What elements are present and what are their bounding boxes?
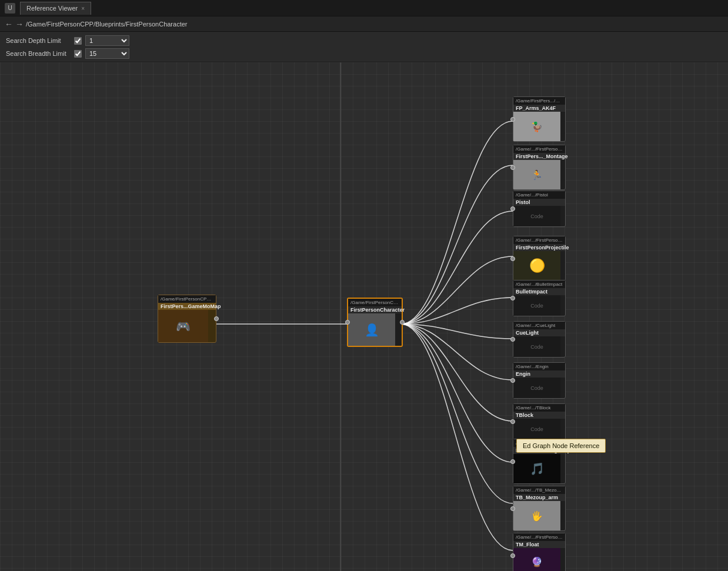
right-node-3-path: /Game/.../FirstPersonProjectile	[513, 236, 565, 244]
right-node-4-label: BulletImpact	[513, 288, 565, 295]
app-logo: U	[5, 3, 15, 14]
right-node-2-path: /Game/.../Pistol	[513, 191, 565, 199]
right-node-10-thumb: 🔮	[513, 548, 560, 571]
breadth-checkbox[interactable]	[74, 50, 82, 58]
center-node[interactable]: /Game/FirstPersonCPP/Blueprints/FirstPer…	[347, 298, 403, 347]
right-node-6-code: Code	[530, 385, 543, 391]
center-node-thumb: 👤	[348, 313, 395, 346]
right-node-3-thumb: 🟡	[513, 251, 560, 281]
controls-bar: Search Depth Limit 1 2 3 Search Breadth …	[0, 32, 728, 62]
right-node-1-path: /Game/.../FirstPersonRun_Montage	[513, 145, 565, 153]
right-node-1[interactable]: /Game/.../FirstPersonRun_Montage FirstPe…	[513, 145, 566, 190]
right-node-0-left-connector	[510, 117, 515, 122]
source-node[interactable]: /Game/FirstPersonCPP/Blueprints/FirstPer…	[158, 295, 216, 343]
right-node-1-thumb: 🏃	[513, 160, 560, 189]
right-node-5-label: CueLight	[513, 329, 565, 336]
right-node-7[interactable]: /Game/.../TBlock TBlock Code	[513, 403, 566, 440]
title-tab[interactable]: Reference Viewer ×	[20, 2, 91, 15]
right-node-9-label: TB_Mezoup_arm	[513, 494, 565, 501]
right-node-8-left-connector	[510, 459, 515, 464]
right-node-5-code: Code	[530, 344, 543, 350]
vertical-divider	[340, 62, 341, 571]
depth-control-row: Search Depth Limit 1 2 3	[6, 35, 722, 46]
right-node-8-label: FirstPersonBurgundy00	[513, 447, 565, 454]
canvas-area[interactable]: /Game/FirstPersonCPP/Blueprints/FirstPer…	[0, 62, 728, 571]
right-node-10-label: TM_Float	[513, 541, 565, 548]
breadth-select[interactable]: 15 10 20	[85, 48, 129, 59]
right-node-1-label: FirstPers..._Montage	[513, 153, 565, 160]
right-node-0-label: FP_Arms_AK4F	[513, 105, 565, 112]
right-node-4-code: Code	[530, 303, 543, 309]
center-node-label: FirstPersonCharacter	[348, 306, 402, 313]
right-node-2-label: Pistol	[513, 199, 565, 206]
right-node-10-path: /Game/.../FirstPerson_Float	[513, 533, 565, 541]
center-node-path: /Game/FirstPersonCPP/Blueprints/FirstPer…	[348, 299, 402, 306]
right-node-9-left-connector	[510, 506, 515, 511]
right-node-4-left-connector	[510, 296, 515, 300]
center-right-connector	[400, 320, 405, 325]
right-node-9-thumb: 🖐	[513, 501, 560, 530]
source-node-path: /Game/FirstPersonCPP/Blueprints/FirstPer…	[158, 295, 216, 303]
right-node-0-thumb: 🦆	[513, 112, 560, 141]
right-node-2[interactable]: /Game/.../Pistol Pistol Code	[513, 191, 566, 227]
right-node-0[interactable]: /Game/FirstPers.../FP_Arms_AK4F FP_Arms_…	[513, 96, 566, 142]
breadcrumb-bar: ← → /Game/FirstPersonCPP/Blueprints/Firs…	[0, 16, 728, 32]
right-node-3[interactable]: /Game/.../FirstPersonProjectile FirstPer…	[513, 236, 566, 281]
right-node-4-path: /Game/.../BulletImpact	[513, 281, 565, 288]
breadth-limit-label: Search Breadth Limit	[6, 50, 71, 57]
close-tab-button[interactable]: ×	[81, 5, 85, 12]
depth-checkbox[interactable]	[74, 37, 82, 45]
right-node-6-path: /Game/.../Engin	[513, 363, 565, 370]
right-node-0-path: /Game/FirstPers.../FP_Arms_AK4F	[513, 97, 565, 105]
right-node-9[interactable]: /Game/.../TB_Mezoup_Arm TB_Mezoup_arm 🖐	[513, 486, 566, 531]
right-node-8[interactable]: /Game/.../FirstPersonChar_pla... FirstPe…	[513, 439, 566, 484]
depth-select[interactable]: 1 2 3	[85, 35, 129, 46]
right-node-5-left-connector	[510, 337, 515, 342]
right-node-6-left-connector	[510, 378, 515, 383]
right-node-2-left-connector	[510, 206, 515, 211]
right-node-5-path: /Game/.../CueLight	[513, 322, 565, 329]
center-left-connector	[345, 320, 350, 325]
right-node-7-left-connector	[510, 419, 515, 424]
right-node-10-left-connector	[510, 553, 515, 558]
right-node-2-code: Code	[530, 213, 543, 219]
right-node-6[interactable]: /Game/.../Engin Engin Code	[513, 362, 566, 399]
right-node-3-left-connector	[510, 256, 515, 261]
right-node-7-code: Code	[530, 426, 543, 432]
right-node-8-thumb: 🎵	[513, 454, 560, 483]
breadth-control-row: Search Breadth Limit 15 10 20	[6, 48, 722, 59]
title-bar: U Reference Viewer ×	[0, 0, 728, 16]
right-node-6-label: Engin	[513, 370, 565, 378]
breadcrumb-path: /Game/FirstPersonCPP/Blueprints/FirstPer…	[26, 21, 187, 28]
source-node-thumb: 🎮	[158, 310, 208, 342]
source-right-connector	[214, 316, 219, 321]
right-node-1-left-connector	[510, 165, 515, 170]
right-node-9-path: /Game/.../TB_Mezoup_Arm	[513, 486, 565, 494]
right-node-8-path: /Game/.../FirstPersonChar_pla...	[513, 439, 565, 447]
right-node-5[interactable]: /Game/.../CueLight CueLight Code	[513, 321, 566, 358]
forward-button[interactable]: →	[15, 19, 24, 29]
tab-label: Reference Viewer	[26, 5, 78, 12]
right-node-7-path: /Game/.../TBlock	[513, 404, 565, 412]
right-node-4[interactable]: /Game/.../BulletImpact BulletImpact Code	[513, 280, 566, 316]
right-node-10[interactable]: /Game/.../FirstPerson_Float TM_Float 🔮	[513, 533, 566, 571]
back-button[interactable]: ←	[5, 19, 13, 29]
right-node-7-label: TBlock	[513, 412, 565, 419]
source-node-label: FirstPers...GameMoMap	[158, 303, 216, 310]
right-node-3-label: FirstPersonProjectile	[513, 244, 565, 251]
depth-limit-label: Search Depth Limit	[6, 37, 71, 44]
